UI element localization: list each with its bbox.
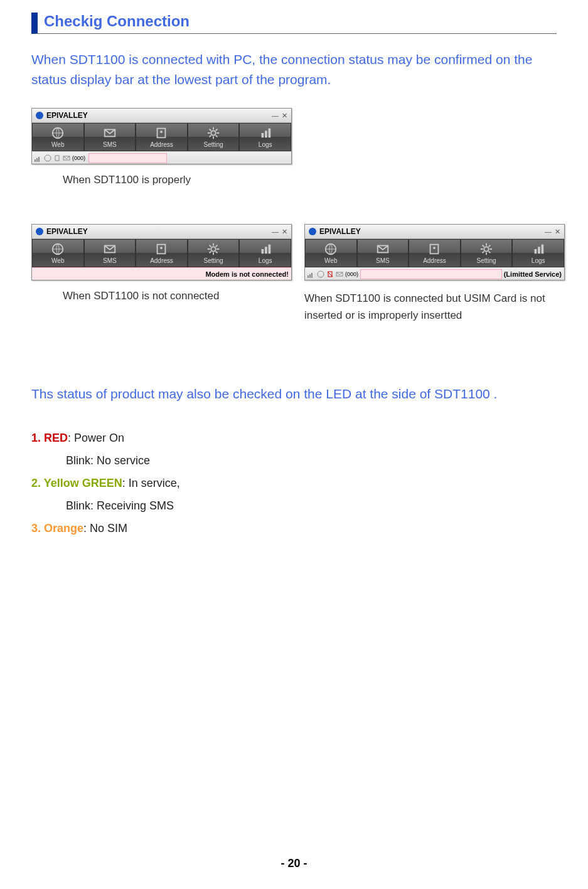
sms-button[interactable]: SMS — [84, 239, 136, 267]
status-limited: (Limitted Service) — [504, 270, 562, 278]
status-count: (000) — [72, 155, 85, 161]
led-red-desc: : Power On — [68, 432, 124, 444]
connect-icon — [317, 270, 324, 278]
app-icon — [36, 228, 43, 235]
web-button[interactable]: Web — [32, 239, 84, 267]
signal-icon — [307, 270, 315, 278]
chart-icon — [257, 126, 274, 140]
logs-button[interactable]: Logs — [512, 239, 564, 267]
toolbar: Web SMS Address Setting Logs — [305, 239, 564, 267]
setting-button[interactable]: Setting — [188, 239, 240, 267]
chart-icon — [257, 242, 274, 256]
toolbar: Web SMS Address Setting Logs — [32, 239, 291, 267]
svg-point-3 — [161, 130, 163, 133]
svg-rect-29 — [541, 245, 543, 254]
svg-point-4 — [211, 130, 215, 135]
led-red-label: 1. RED — [31, 432, 68, 444]
minimize-icon[interactable]: — — [545, 228, 552, 236]
envelope-icon — [102, 242, 118, 256]
led-green-label: 2. Yellow GREEN — [31, 477, 122, 489]
addressbook-icon — [426, 242, 442, 256]
globe-icon — [50, 242, 66, 256]
svg-rect-12 — [55, 156, 59, 161]
titlebar: EPIVALLEY — ✕ — [305, 225, 564, 239]
minimize-icon[interactable]: — — [272, 112, 279, 120]
svg-rect-28 — [538, 247, 540, 253]
svg-rect-32 — [311, 273, 313, 278]
caption-not-connected: When SDT1100 is not connected — [63, 290, 292, 302]
status-not-connected: Modem is not connected! — [205, 270, 289, 278]
address-button[interactable]: Address — [136, 239, 188, 267]
status-bar-error: Modem is not connected! — [32, 267, 291, 280]
logs-button[interactable]: Logs — [239, 123, 291, 151]
svg-point-26 — [484, 247, 488, 251]
svg-point-25 — [434, 247, 436, 249]
address-button[interactable]: Address — [136, 123, 188, 151]
svg-rect-8 — [35, 159, 36, 162]
led-orange-label: 3. Orange — [31, 522, 83, 535]
nosim-icon — [326, 270, 334, 278]
svg-point-17 — [161, 247, 163, 249]
app-icon — [36, 112, 43, 119]
setting-button[interactable]: Setting — [461, 239, 513, 267]
led-orange-desc: : No SIM — [83, 522, 127, 535]
caption-limited: When SDT1100 is connected but USIM Card … — [304, 290, 568, 324]
logs-button[interactable]: Logs — [239, 239, 291, 267]
status-count: (000) — [345, 271, 358, 277]
app-title: EPIVALLEY — [319, 227, 361, 236]
app-window-not-connected: EPIVALLEY — ✕ Web SMS Address — [31, 224, 292, 280]
gear-icon — [205, 242, 222, 256]
close-icon[interactable]: ✕ — [282, 112, 287, 120]
sms-button[interactable]: SMS — [357, 239, 409, 267]
connect-icon — [44, 154, 51, 162]
status-bar-limited: (000) (Limitted Service) — [305, 267, 564, 280]
status-limited-indicator — [360, 269, 502, 279]
svg-rect-6 — [265, 130, 267, 137]
addressbook-icon — [153, 126, 169, 140]
svg-rect-5 — [261, 133, 264, 137]
close-icon[interactable]: ✕ — [282, 228, 287, 236]
intro-paragraph: When SDT1100 is connected with PC, the c… — [31, 50, 557, 89]
svg-rect-10 — [38, 157, 40, 162]
web-button[interactable]: Web — [305, 239, 357, 267]
status-bar: (000) — [32, 151, 291, 164]
titlebar: EPIVALLEY — ✕ — [32, 225, 291, 239]
led-list: 1. RED: Power On Blink: No service 2. Ye… — [31, 427, 557, 540]
svg-point-11 — [45, 155, 51, 161]
envelope-icon — [375, 242, 391, 256]
doc-icon — [53, 154, 61, 162]
svg-rect-21 — [268, 245, 270, 254]
titlebar: EPIVALLEY — ✕ — [32, 109, 291, 123]
led-green-blink: Blink: Receiving SMS — [66, 494, 557, 517]
status-indicator — [88, 153, 167, 163]
led-green-desc: : In service, — [122, 477, 180, 489]
envelope-icon — [102, 126, 118, 140]
chart-icon — [530, 242, 547, 256]
svg-rect-27 — [534, 249, 537, 253]
svg-rect-30 — [307, 275, 309, 278]
svg-rect-9 — [36, 158, 38, 162]
app-window-limited: EPIVALLEY — ✕ Web SMS Address — [304, 224, 565, 280]
globe-icon — [323, 242, 339, 256]
signal-icon — [35, 154, 42, 162]
minimize-icon[interactable]: — — [272, 228, 279, 236]
web-button[interactable]: Web — [32, 123, 84, 151]
caption-connected: When SDT1100 is properly — [63, 174, 292, 186]
globe-icon — [50, 126, 66, 140]
sms-button[interactable]: SMS — [84, 123, 136, 151]
svg-rect-31 — [309, 274, 311, 278]
led-intro: Ths status of product may also be checke… — [31, 386, 557, 402]
setting-button[interactable]: Setting — [188, 123, 240, 151]
addressbook-icon — [153, 242, 169, 256]
svg-rect-7 — [268, 129, 270, 138]
mail-icon — [63, 154, 70, 162]
svg-point-18 — [211, 247, 215, 251]
app-title: EPIVALLEY — [46, 111, 88, 120]
app-icon — [309, 228, 316, 235]
close-icon[interactable]: ✕ — [555, 228, 560, 236]
address-button[interactable]: Address — [409, 239, 461, 267]
app-title: EPIVALLEY — [46, 227, 88, 236]
svg-point-33 — [318, 271, 324, 277]
toolbar: Web SMS Address Setting Logs — [32, 123, 291, 151]
svg-rect-19 — [261, 249, 264, 253]
